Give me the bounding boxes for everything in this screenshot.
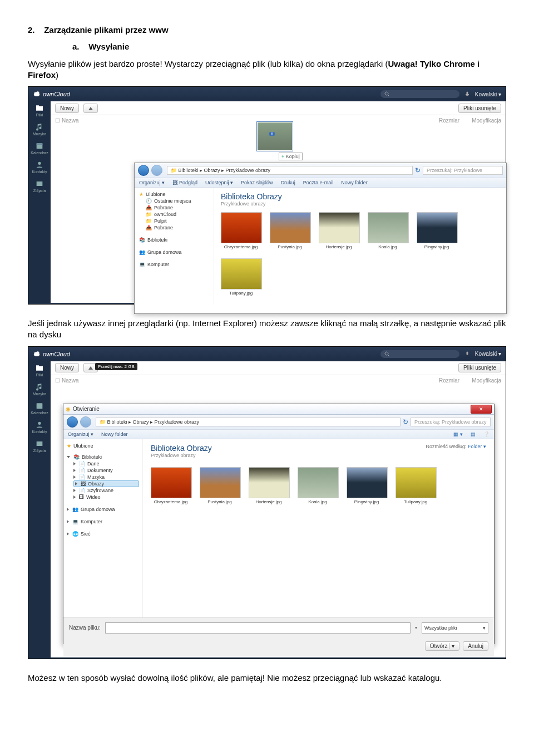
new-button[interactable]: Nowy	[55, 104, 79, 113]
para1-a: Wysyłanie plików jest bardzo proste! Wys…	[28, 59, 388, 68]
col-size[interactable]: Rozmiar	[439, 377, 459, 384]
file-item[interactable]: Hortensje.jpg	[319, 212, 359, 249]
explorer-window-1: 📁 Biblioteki ▸ Obrazy ▸ Przykładowe obra…	[134, 163, 507, 314]
file-item[interactable]: Tulipany.jpg	[221, 258, 261, 296]
library-subtitle: Przykładowe obrazy	[151, 453, 486, 458]
nav-zdjecia[interactable]: Zdjęcia	[28, 439, 51, 453]
col-name[interactable]: Nazwa	[62, 117, 439, 124]
file-item[interactable]: Tulipany.jpg	[395, 467, 436, 504]
user-menu[interactable]: Kowalski ▾	[475, 351, 501, 357]
dialog-title: Otwieranie	[73, 406, 471, 412]
filetype-combo[interactable]: Wszystkie pliki▾	[422, 622, 488, 634]
nav-muzyka[interactable]: Muzyka	[28, 122, 51, 136]
nav-pliki[interactable]: Pliki	[28, 104, 51, 117]
left-nav: Pliki Muzyka Kalendarz Kontakty Zdjęcia	[28, 361, 51, 657]
new-button[interactable]: Nowy	[55, 363, 79, 372]
num: 2.	[28, 25, 35, 35]
upload-button[interactable]	[83, 104, 98, 113]
explorer-tree[interactable]: ★Ulubione 🕘 Ostatnie miejsca 📥 Pobrane 📁…	[135, 188, 214, 305]
file-item[interactable]: Hortensje.jpg	[249, 467, 289, 504]
nav-kalendarz[interactable]: Kalendarz	[28, 141, 51, 155]
close-button[interactable]: ✕	[471, 405, 492, 414]
svg-rect-9	[37, 181, 43, 186]
owncloud-logo[interactable]: ownCloud	[33, 90, 70, 98]
file-item[interactable]: Chryzantema.jpg	[221, 212, 261, 249]
dialog-addressbar: 📁 Biblioteki ▸ Obrazy ▸ Przykładowe obra…	[63, 415, 494, 430]
open-button[interactable]: Otwórz ▾	[425, 641, 459, 651]
tree-owncloud: 📁 ownCloud	[139, 211, 211, 218]
tb-udostepnij[interactable]: Udostępnij ▾	[205, 180, 233, 185]
file-area[interactable]: Nowy Pliki usunięte ☐ Nazwa Rozmiar Mody…	[51, 101, 506, 303]
file-item[interactable]: Pingwiny.jpg	[417, 212, 457, 249]
paragraph-1: Wysyłanie plików jest bardzo proste! Wys…	[28, 58, 506, 81]
nav-kontakty[interactable]: Kontakty	[28, 420, 51, 434]
col-size[interactable]: Rozmiar	[439, 117, 459, 124]
nav-kalendarz[interactable]: Kalendarz	[28, 401, 51, 415]
nav-fwd-icon[interactable]	[151, 165, 162, 176]
file-item[interactable]: Pustynia.jpg	[200, 467, 240, 504]
nav-muzyka[interactable]: Muzyka	[28, 382, 51, 396]
tb-nowy-folder[interactable]: Nowy folder	[341, 180, 368, 185]
nav-pliki[interactable]: Pliki	[28, 364, 51, 377]
screenshot-2: ownCloud Kowalski ▾ Pliki Muzyka Kalenda…	[28, 346, 506, 659]
file-item[interactable]: Pustynia.jpg	[270, 212, 310, 249]
mic-icon[interactable]	[464, 351, 471, 357]
upload-tooltip: Prześlij max. 2 GB	[95, 363, 137, 370]
nav-back-icon[interactable]	[138, 165, 149, 176]
nav-kontakty[interactable]: Kontakty	[28, 160, 51, 174]
tree-szyfrowane: 📄 Szyfrowane	[67, 487, 139, 494]
col-mod[interactable]: Modyfikacja	[472, 377, 501, 384]
refresh-icon[interactable]: ↻	[415, 166, 421, 174]
file-area-2[interactable]: Nowy Prześlij max. 2 GB Pliki usunięte ☐…	[51, 361, 506, 657]
tree-muzyka: 📄 Muzyka	[67, 474, 139, 480]
col-name[interactable]: Nazwa	[62, 377, 439, 384]
cancel-button[interactable]: Anuluj	[463, 641, 488, 651]
owncloud-topbar-2: ownCloud Kowalski ▾	[28, 347, 506, 361]
tb-organizuj[interactable]: Organizuj ▾	[68, 431, 93, 437]
preview-icon[interactable]: ▤	[471, 431, 476, 437]
col-mod[interactable]: Modyfikacja	[472, 117, 501, 124]
paragraph-3: Możesz w ten sposób wysłać dowolną ilość…	[28, 672, 506, 684]
search-input[interactable]	[380, 90, 459, 98]
mic-icon[interactable]	[464, 91, 471, 97]
tree-ostatnie: 🕘 Ostatnie miejsca	[139, 198, 211, 204]
owncloud-logo[interactable]: ownCloud	[33, 350, 70, 358]
dialog-tree[interactable]: ★ Ulubione 📚 Biblioteki 📄 Dane 📄 Dokumen…	[63, 439, 143, 617]
refresh-icon[interactable]: ↻	[403, 418, 408, 426]
dialog-titlebar[interactable]: ◉ Otwieranie ✕	[63, 404, 494, 415]
tb-slajdy[interactable]: Pokaz slajdów	[241, 180, 273, 185]
filename-dropdown-icon[interactable]: ▾	[415, 625, 417, 630]
tb-poczta[interactable]: Poczta e-mail	[303, 180, 334, 185]
tb-nowy-folder[interactable]: Nowy folder	[101, 431, 128, 437]
svg-rect-7	[37, 143, 43, 145]
breadcrumb[interactable]: 📁 Biblioteki ▸ Obrazy ▸ Przykładowe obra…	[167, 166, 413, 175]
nav-back-icon[interactable]	[67, 416, 78, 428]
svg-point-3	[385, 92, 388, 95]
deleted-files-button[interactable]: Pliki usunięte	[458, 363, 501, 372]
explorer-search[interactable]: Przeszukaj: Przykładowe	[423, 166, 503, 175]
explorer-search[interactable]: Przeszukaj: Przykładowe obrazy	[411, 418, 491, 426]
logo-text: ownCloud	[43, 91, 70, 97]
file-item[interactable]: Pingwiny.jpg	[347, 467, 387, 504]
view-icon[interactable]: ▦ ▾	[453, 431, 463, 437]
nav-zdjecia[interactable]: Zdjęcia	[28, 179, 51, 193]
file-item[interactable]: Koala.jpg	[368, 212, 408, 249]
dialog-main[interactable]: Rozmieść według: Folder ▾ Biblioteka Obr…	[143, 439, 494, 617]
tb-podglad[interactable]: 🖼 Podgląd	[172, 180, 197, 185]
explorer-main[interactable]: Biblioteka Obrazy Przykładowe obrazy Chr…	[214, 188, 506, 305]
tb-organizuj[interactable]: Organizuj ▾	[139, 180, 165, 185]
search-input[interactable]	[380, 350, 459, 358]
tb-drukuj[interactable]: Drukuj	[281, 180, 295, 185]
filename-input[interactable]	[105, 622, 411, 634]
sort-by[interactable]: Rozmieść według: Folder ▾	[426, 444, 486, 449]
file-item[interactable]: Chryzantema.jpg	[151, 467, 191, 504]
thumbnails: Chryzantema.jpg Pustynia.jpg Hortensje.j…	[151, 467, 486, 504]
user-menu[interactable]: Kowalski ▾	[475, 91, 501, 97]
deleted-files-button[interactable]: Pliki usunięte	[458, 104, 501, 113]
nav-fwd-icon[interactable]	[80, 416, 91, 428]
file-item[interactable]: Koala.jpg	[298, 467, 338, 504]
breadcrumb[interactable]: 📁 Biblioteki ▸ Obrazy ▸ Przykładowe obra…	[96, 418, 400, 426]
svg-point-8	[38, 162, 41, 165]
help-icon[interactable]: ❔	[483, 431, 490, 437]
tree-komputer: 💻 Komputer	[139, 261, 211, 268]
